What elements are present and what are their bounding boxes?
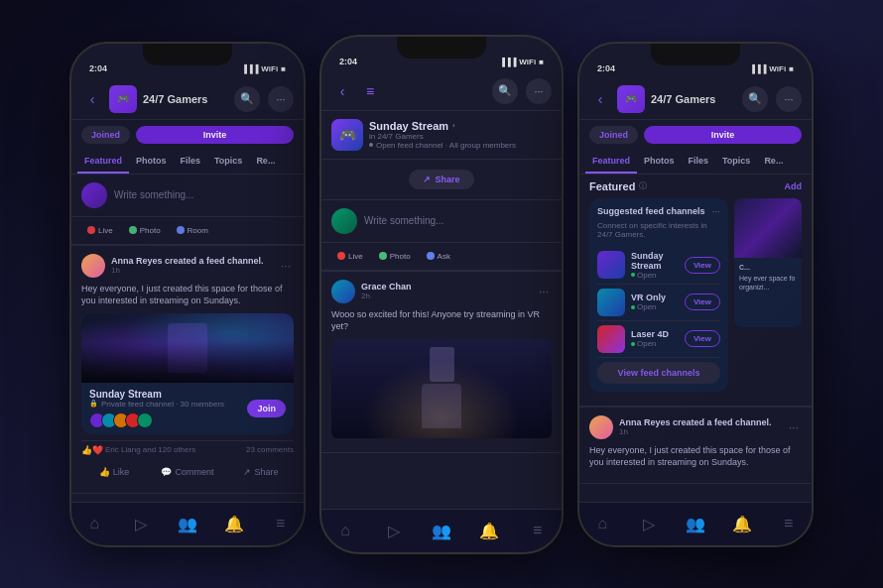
more-icon-right[interactable]: ··· [712,206,720,217]
post-meta-mid: Grace Chan 2h [361,282,530,300]
bottom-nav-left: ⌂ ▷ 👥 🔔 ≡ [71,502,304,545]
featured-title-right: Featured ⓘ [589,180,647,192]
tab-photos-left[interactable]: Photos [129,150,174,174]
right-card-title: C... [739,263,797,272]
view-btn-0[interactable]: View [685,257,720,274]
menu-btn-left[interactable]: ≡ [265,508,297,539]
tab-files-left[interactable]: Files [174,150,208,174]
post-time-left: 1h [111,266,272,275]
share-channel-btn-mid[interactable]: ↗ Share [409,170,473,189]
view-btn-1[interactable]: View [685,294,720,310]
battery-left: ■ [281,64,286,73]
wifi-left: WiFi [261,64,278,73]
joined-btn-left[interactable]: Joined [81,126,130,144]
write-input-left[interactable]: Write something... [114,189,294,200]
menu-btn-right[interactable]: ≡ [773,508,805,539]
info-icon-right: ⓘ [639,180,647,191]
tab-topics-left[interactable]: Topics [207,150,249,174]
join-btn-left[interactable]: Join [247,400,286,417]
more-btn-left[interactable]: ··· [268,86,294,112]
menu-btn-mid[interactable]: ≡ [522,515,554,546]
view-btn-2[interactable]: View [685,330,720,347]
tab-files-right[interactable]: Files [682,150,716,174]
notif-btn-left[interactable]: 🔔 [218,508,250,539]
tab-featured-right[interactable]: Featured [585,150,637,174]
invite-btn-right[interactable]: Invite [644,126,802,144]
notif-btn-mid[interactable]: 🔔 [473,515,505,546]
room-btn-left[interactable]: Room [171,223,214,238]
search-btn-left[interactable]: 🔍 [234,86,260,112]
featured-section-right: Featured ⓘ Add Suggested feed channels [579,175,812,406]
share-btn-left[interactable]: ↗ Share [228,463,294,481]
joined-btn-right[interactable]: Joined [589,126,638,144]
post-more-right[interactable]: ··· [786,419,802,435]
live-btn-mid[interactable]: Live [331,249,369,264]
comment-count-left: 23 comments [246,445,294,454]
right-side-card: C... Hey ever space fo organizi... [734,198,802,400]
back-icon-mid[interactable]: ‹ [331,80,353,102]
channel-card-left: Sunday Stream 🔒 Private feed channel · 3… [81,313,294,434]
live-btn-left[interactable]: Live [81,223,119,238]
back-icon-left[interactable]: ‹ [81,88,103,110]
suggested-section-right: Suggested feed channels ··· Connect on s… [589,198,728,392]
post-more-mid[interactable]: ··· [536,284,552,299]
group-name-right: 24/7 Gamers [651,93,736,105]
channel-item-name-1: VR Only [631,293,679,302]
groups-btn-left[interactable]: 👥 [172,508,203,539]
video-btn-right[interactable]: ▷ [633,508,665,539]
channel-name-left: Sunday Stream [89,389,224,400]
tab-more-left[interactable]: Re... [249,150,282,174]
view-channels-btn-right[interactable]: View feed channels [597,362,720,384]
ask-btn-mid[interactable]: Ask [421,249,456,264]
add-btn-right[interactable]: Add [785,181,803,191]
chevron-icon-mid: › [452,121,455,130]
suggested-header-right: Suggested feed channels ··· [597,206,720,217]
search-btn-right[interactable]: 🔍 [742,86,768,112]
post-text-right: Hey everyone, I just created this space … [589,444,802,469]
phone-left: 2:04 ▐▐▐ WiFi ■ ‹ 🎮 24/7 Gamers 🔍 [69,42,306,547]
post-time-right: 1h [619,427,780,436]
post-meta-left: Anna Reyes created a feed channel. 1h [111,256,272,275]
tab-photos-right[interactable]: Photos [637,150,682,174]
post-image-mid [331,339,552,438]
lock-icon-left: 🔒 [89,400,98,408]
groups-btn-mid[interactable]: 👥 [426,515,457,546]
action-row-left: Joined Invite [71,120,304,150]
art-scene-mid [331,339,552,438]
channel-item-name-2: Laser 4D [631,329,679,339]
groups-btn-right[interactable]: 👥 [680,508,711,539]
tab-more-right[interactable]: Re... [757,150,790,174]
nav-bar-left: ‹ 🎮 24/7 Gamers 🔍 ··· [71,79,304,120]
more-btn-right[interactable]: ··· [776,86,802,112]
more-btn-mid[interactable]: ··· [526,78,552,104]
write-box-left: Write something... [71,175,304,217]
feed-post-mid: Grace Chan 2h ··· Wooo so excited for th… [321,272,562,453]
photo-btn-left[interactable]: Photo [123,223,167,238]
video-btn-mid[interactable]: ▷ [378,515,410,546]
feed-post-left: Anna Reyes created a feed channel. 1h ··… [71,246,304,494]
video-btn-left[interactable]: ▷ [125,508,157,539]
featured-header-right: Featured ⓘ Add [589,180,802,192]
invite-btn-left[interactable]: Invite [136,126,294,144]
comment-btn-left[interactable]: 💬 Comment [155,463,220,481]
home-btn-right[interactable]: ⌂ [586,508,618,539]
notif-btn-right[interactable]: 🔔 [726,508,758,539]
notch-mid [397,37,486,59]
nav-bar-right: ‹ 🎮 24/7 Gamers 🔍 ··· [579,79,812,120]
search-btn-mid[interactable]: 🔍 [492,78,518,104]
channel-thumb-sunday [597,251,625,279]
post-time-mid: 2h [361,292,530,300]
tab-topics-right[interactable]: Topics [715,150,757,174]
home-btn-mid[interactable]: ⌂ [329,515,361,546]
post-more-left[interactable]: ··· [278,258,294,274]
home-btn-left[interactable]: ⌂ [78,508,110,539]
like-btn-left[interactable]: 👍 Like [81,463,147,481]
back-icon-right[interactable]: ‹ [589,88,611,110]
channel-sub-left: 🔒 Private feed channel · 30 members [89,400,224,409]
tab-featured-left[interactable]: Featured [77,150,129,174]
ask-dot-mid [427,252,435,260]
write-input-mid[interactable]: Write something... [364,215,552,226]
photo-btn-mid[interactable]: Photo [373,249,417,264]
bottom-nav-right: ⌂ ▷ 👥 🔔 ≡ [579,502,812,545]
menu-icon-mid[interactable]: ≡ [359,80,381,102]
